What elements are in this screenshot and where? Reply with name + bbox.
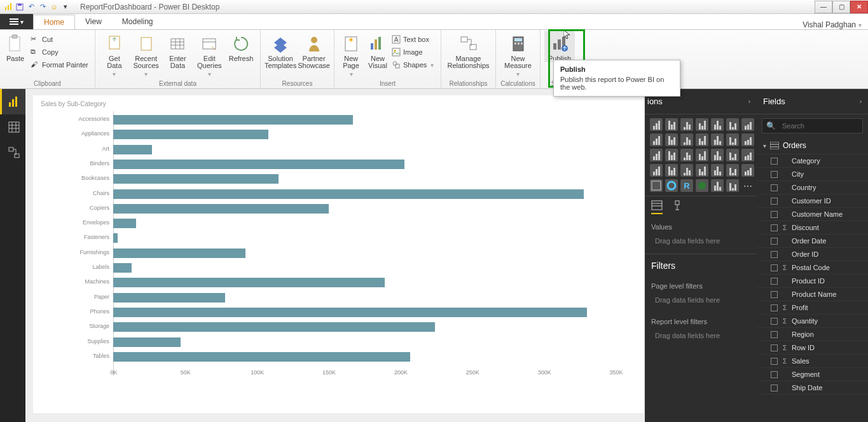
chart-bar[interactable] bbox=[113, 219, 136, 228]
field-row[interactable]: ΣQuantity bbox=[757, 315, 868, 328]
image-button[interactable]: Image bbox=[392, 46, 434, 58]
viz-type-icon[interactable] bbox=[741, 133, 754, 146]
viz-type-icon[interactable] bbox=[696, 133, 708, 146]
fields-search[interactable]: 🔍 bbox=[762, 118, 863, 133]
tab-home[interactable]: Home bbox=[33, 15, 75, 30]
recent-sources-button[interactable]: Recent Sources▾ bbox=[131, 31, 162, 78]
viz-type-icon[interactable]: R bbox=[680, 179, 693, 192]
report-filters-dropwell[interactable]: Drag data fields here bbox=[650, 328, 752, 343]
page-filters-dropwell[interactable]: Drag data fields here bbox=[650, 292, 752, 308]
chart-bar[interactable] bbox=[113, 322, 435, 332]
format-well-icon[interactable] bbox=[672, 200, 683, 214]
field-checkbox[interactable] bbox=[771, 184, 778, 191]
field-row[interactable]: Ship Date bbox=[757, 381, 868, 395]
field-row[interactable]: ΣProfit bbox=[757, 301, 868, 315]
chart-bar[interactable] bbox=[113, 160, 404, 169]
field-row[interactable]: Region bbox=[757, 328, 868, 341]
viz-type-icon[interactable] bbox=[726, 118, 739, 131]
new-measure-button[interactable]: New Measure▾ bbox=[500, 31, 536, 78]
field-checkbox[interactable] bbox=[771, 318, 778, 325]
viz-type-icon[interactable] bbox=[665, 164, 678, 177]
viz-type-icon[interactable] bbox=[741, 149, 754, 161]
field-row[interactable]: ΣSales bbox=[757, 355, 868, 368]
field-checkbox[interactable] bbox=[771, 278, 778, 285]
chart-bar[interactable] bbox=[113, 352, 410, 362]
viz-type-icon[interactable]: ⋯ bbox=[741, 179, 754, 192]
new-visual-button[interactable]: New Visual bbox=[365, 31, 390, 69]
viz-type-icon[interactable] bbox=[650, 149, 663, 161]
viz-type-icon[interactable] bbox=[665, 149, 678, 161]
viz-type-icon[interactable] bbox=[665, 133, 678, 146]
field-checkbox[interactable] bbox=[771, 331, 778, 338]
table-orders[interactable]: ▾ Orders bbox=[757, 137, 868, 154]
publish-button[interactable]: Publish bbox=[544, 31, 575, 62]
viz-type-icon[interactable] bbox=[650, 118, 663, 131]
field-checkbox[interactable] bbox=[771, 198, 778, 205]
search-input[interactable] bbox=[780, 122, 868, 130]
viz-type-icon[interactable] bbox=[696, 179, 708, 192]
tab-view[interactable]: View bbox=[75, 14, 112, 29]
viz-type-icon[interactable] bbox=[741, 118, 754, 131]
field-row[interactable]: ΣRow ID bbox=[757, 341, 868, 355]
chart-bar[interactable] bbox=[113, 115, 353, 125]
qat-dropdown-icon[interactable]: ▾ bbox=[61, 3, 70, 11]
chart-bar[interactable] bbox=[113, 174, 279, 184]
chart-bar[interactable] bbox=[113, 278, 385, 287]
field-row[interactable]: ΣPostal Code bbox=[757, 261, 868, 275]
report-view-button[interactable] bbox=[0, 89, 25, 114]
viz-type-icon[interactable] bbox=[711, 133, 724, 146]
field-row[interactable]: Customer ID bbox=[757, 194, 868, 208]
smiley-icon[interactable]: ☺ bbox=[50, 3, 59, 11]
viz-type-icon[interactable] bbox=[650, 133, 663, 146]
viz-type-icon[interactable] bbox=[680, 133, 693, 146]
field-row[interactable]: Segment bbox=[757, 368, 868, 381]
partner-showcase-button[interactable]: Partner Showcase bbox=[298, 31, 330, 69]
text-box-button[interactable]: AText box bbox=[392, 34, 434, 45]
values-dropwell[interactable]: Drag data fields here bbox=[650, 233, 752, 248]
viz-type-icon[interactable] bbox=[741, 164, 754, 177]
field-checkbox[interactable] bbox=[771, 251, 778, 258]
field-row[interactable]: Country bbox=[757, 181, 868, 194]
viz-type-icon[interactable] bbox=[726, 133, 739, 146]
viz-type-icon[interactable] bbox=[680, 149, 693, 161]
viz-type-icon[interactable] bbox=[726, 164, 739, 177]
cut-button[interactable]: ✂Cut bbox=[31, 34, 88, 45]
fields-well-icon[interactable] bbox=[651, 200, 663, 214]
field-row[interactable]: Order Date bbox=[757, 235, 868, 248]
field-checkbox[interactable] bbox=[771, 238, 778, 245]
shapes-button[interactable]: Shapes▾ bbox=[392, 59, 434, 71]
chart-bar[interactable] bbox=[113, 293, 225, 303]
bar-chart-visual[interactable]: Sales by Sub-Category 0K50K100K150K200K2… bbox=[33, 95, 644, 413]
field-checkbox[interactable] bbox=[771, 211, 778, 218]
tab-modeling[interactable]: Modeling bbox=[112, 14, 163, 29]
model-view-button[interactable] bbox=[0, 140, 25, 165]
field-row[interactable]: Product ID bbox=[757, 275, 868, 288]
refresh-button[interactable]: Refresh bbox=[226, 31, 256, 62]
report-canvas[interactable]: Sales by Sub-Category 0K50K100K150K200K2… bbox=[25, 89, 645, 422]
fields-header[interactable]: Fields› bbox=[757, 89, 868, 114]
close-button[interactable]: ✕ bbox=[850, 1, 868, 13]
field-checkbox[interactable] bbox=[771, 264, 778, 271]
viz-type-icon[interactable] bbox=[726, 149, 739, 161]
field-checkbox[interactable] bbox=[771, 358, 778, 365]
viz-type-icon[interactable] bbox=[650, 179, 663, 192]
viz-type-icon[interactable] bbox=[680, 164, 693, 177]
viz-type-icon[interactable] bbox=[696, 164, 708, 177]
chart-bar[interactable] bbox=[113, 145, 152, 154]
field-checkbox[interactable] bbox=[771, 171, 778, 178]
undo-icon[interactable]: ↶ bbox=[27, 3, 36, 11]
save-icon[interactable] bbox=[15, 3, 24, 11]
chart-bar[interactable] bbox=[113, 233, 118, 243]
chart-bar[interactable] bbox=[113, 308, 587, 317]
minimize-button[interactable]: — bbox=[815, 1, 832, 13]
user-account[interactable]: Vishal Padghan▾ bbox=[803, 20, 868, 29]
chart-bar[interactable] bbox=[113, 189, 584, 199]
maximize-button[interactable]: ▢ bbox=[832, 1, 850, 13]
field-checkbox[interactable] bbox=[771, 291, 778, 298]
field-checkbox[interactable] bbox=[771, 304, 778, 311]
enter-data-button[interactable]: Enter Data bbox=[163, 31, 193, 69]
viz-type-icon[interactable] bbox=[696, 118, 708, 131]
data-view-button[interactable] bbox=[0, 114, 25, 140]
chart-bar[interactable] bbox=[113, 263, 132, 273]
chart-bar[interactable] bbox=[113, 204, 329, 214]
